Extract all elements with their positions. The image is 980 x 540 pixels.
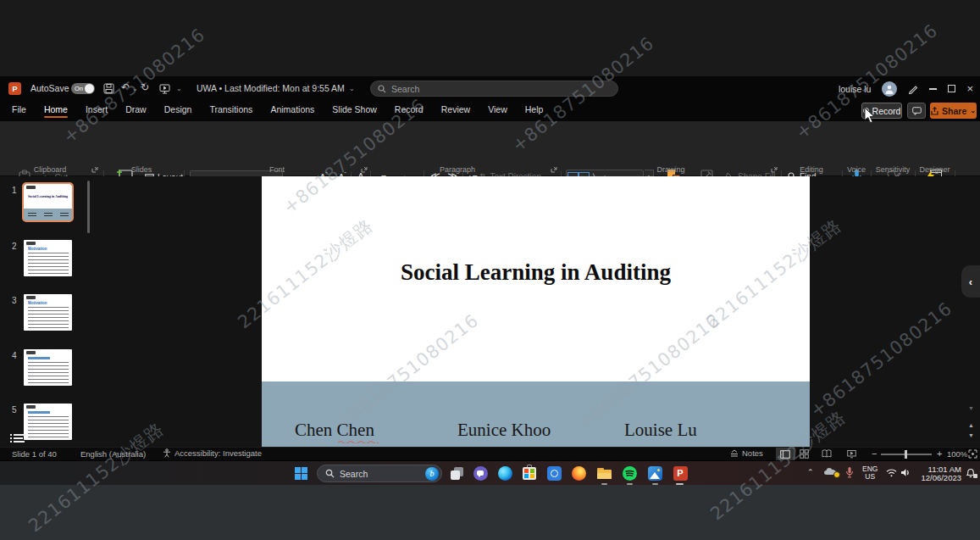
screen: +8618751080216+8618751080216+86187510802…: [0, 0, 980, 540]
previous-slide-icon[interactable]: ▲: [968, 422, 974, 428]
slide-title[interactable]: Social Learning in Auditing: [262, 259, 810, 286]
spotify-icon[interactable]: [621, 465, 638, 482]
author-1[interactable]: Chen Chen: [295, 420, 374, 441]
zoom-level[interactable]: 100%: [947, 449, 967, 459]
powerpoint-taskbar-icon[interactable]: P: [672, 465, 689, 482]
photos-app-icon[interactable]: [646, 465, 663, 482]
tray-mic-icon[interactable]: [845, 466, 854, 479]
start-button[interactable]: [292, 465, 309, 482]
scrollbar-down-icon[interactable]: ▼: [968, 405, 974, 411]
search-icon: [378, 85, 386, 93]
tab-insert[interactable]: Insert: [84, 104, 109, 114]
undo-icon[interactable]: ↶: [121, 81, 130, 93]
fit-to-window-button[interactable]: [968, 449, 977, 459]
comments-button[interactable]: [907, 103, 926, 119]
tab-slide-show[interactable]: Slide Show: [330, 104, 379, 114]
slide-thumbnail-5[interactable]: [24, 404, 72, 440]
save-icon[interactable]: [103, 83, 114, 94]
microsoft-store-icon[interactable]: [521, 465, 538, 482]
task-view-button[interactable]: [448, 465, 465, 482]
redo-icon[interactable]: ↻: [141, 81, 149, 93]
zoom-in-button[interactable]: +: [937, 448, 942, 459]
tab-animations[interactable]: Animations: [269, 104, 316, 114]
firefox-icon[interactable]: [570, 465, 587, 482]
paragraph-dialog-launcher-icon[interactable]: [551, 166, 557, 173]
edge-browser-icon[interactable]: [496, 465, 513, 482]
tab-design[interactable]: Design: [163, 104, 194, 114]
taskbar: Search b: [0, 460, 980, 485]
accessibility-icon: [163, 448, 171, 458]
font-dialog-launcher-icon[interactable]: [361, 166, 368, 173]
reading-view-button[interactable]: [822, 449, 832, 458]
maximize-button[interactable]: [948, 85, 955, 92]
onedrive-icon[interactable]: [823, 466, 838, 476]
slide-thumbnail-4[interactable]: [24, 349, 72, 386]
tab-help[interactable]: Help: [523, 104, 545, 114]
tab-review[interactable]: Review: [440, 104, 472, 114]
expand-panel-tab[interactable]: ‹: [961, 265, 980, 298]
taskbar-search-placeholder: Search: [340, 469, 420, 479]
voice-group-label: Voice: [842, 165, 871, 174]
blue-app-icon[interactable]: [545, 465, 562, 482]
notes-button[interactable]: Notes: [730, 448, 763, 458]
search-box[interactable]: Search: [370, 81, 618, 97]
onedrive-alert-badge: [833, 471, 840, 478]
author-band[interactable]: Chen Chen Eunice Khoo Louise Lu: [262, 381, 810, 447]
share-button[interactable]: Share ⌄: [930, 103, 977, 119]
tab-draw[interactable]: Draw: [124, 104, 148, 114]
search-icon: [325, 469, 335, 478]
wifi-icon[interactable]: [886, 469, 897, 477]
close-button[interactable]: ×: [966, 82, 973, 95]
slides-group-label: Slides: [108, 165, 175, 174]
clipboard-dialog-launcher-icon[interactable]: [91, 166, 98, 173]
avatar[interactable]: [882, 81, 897, 97]
bing-icon: b: [425, 467, 439, 481]
clock[interactable]: 11:01 AM 12/06/2023: [919, 465, 961, 482]
accessibility-status[interactable]: Accessibility: Investigate: [163, 448, 262, 458]
author-2[interactable]: Eunice Khoo: [457, 420, 551, 441]
tray-date: 12/06/2023: [919, 474, 961, 482]
language-indicator[interactable]: English (Australia): [80, 449, 146, 459]
zoom-slider-track[interactable]: [881, 454, 932, 455]
taskbar-search-box[interactable]: Search b: [317, 465, 442, 482]
pen-mode-icon[interactable]: [908, 84, 918, 94]
document-title[interactable]: UWA • Last Modified: Mon at 9:55 AM⌄: [197, 83, 355, 93]
tab-home[interactable]: Home: [42, 104, 69, 114]
drawing-group-label: Drawing: [637, 165, 705, 174]
volume-icon[interactable]: [900, 468, 911, 477]
start-slideshow-icon[interactable]: [159, 83, 170, 94]
author-3[interactable]: Louise Lu: [624, 420, 697, 441]
zoom-slider-knob[interactable]: [905, 450, 907, 459]
minimize-button[interactable]: [929, 88, 937, 90]
account-name: louise lu: [839, 84, 872, 94]
chat-app-icon[interactable]: [472, 465, 489, 482]
file-explorer-icon[interactable]: [595, 465, 612, 482]
slide-canvas[interactable]: Social Learning in Auditing Chen Chen Eu…: [262, 176, 810, 447]
thumbnail-scrollbar[interactable]: [87, 181, 90, 233]
slide-sorter-view-button[interactable]: [800, 449, 809, 459]
slide-indicator[interactable]: Slide 1 of 40: [12, 449, 57, 459]
clipboard-group-label: Clipboard: [12, 165, 88, 174]
slide-thumbnail-1[interactable]: Social Learning in Auditing: [24, 184, 72, 220]
normal-view-button[interactable]: [776, 448, 795, 460]
slideshow-view-button[interactable]: [847, 449, 856, 459]
drawing-dialog-launcher-icon[interactable]: [771, 166, 778, 173]
tab-transitions[interactable]: Transitions: [208, 104, 254, 114]
tray-chevron-up-icon[interactable]: ⌃: [807, 468, 814, 476]
workspace: 1 Social Learning in Auditing 2 Motivati…: [0, 176, 980, 447]
zoom-out-button[interactable]: −: [872, 448, 877, 459]
autosave-toggle[interactable]: On: [71, 83, 95, 94]
tab-view[interactable]: View: [486, 104, 509, 114]
slide-thumbnail-3[interactable]: Motivation: [24, 294, 72, 331]
tab-record[interactable]: Record: [393, 104, 425, 114]
notifications-bell-icon[interactable]: [966, 467, 976, 478]
slide-thumbnail-2[interactable]: Motivation: [24, 240, 72, 276]
thumb1-title: Social Learning in Auditing: [25, 194, 70, 198]
list-overlay-icon: [10, 432, 29, 444]
language-switcher[interactable]: ENG US: [862, 465, 878, 481]
next-slide-icon[interactable]: ▼: [968, 432, 974, 438]
windows-logo-icon: [295, 467, 307, 480]
autosave-label: AutoSave: [30, 83, 69, 93]
qat-more-icon[interactable]: ⌄: [176, 85, 182, 92]
tab-file[interactable]: File: [10, 104, 28, 114]
